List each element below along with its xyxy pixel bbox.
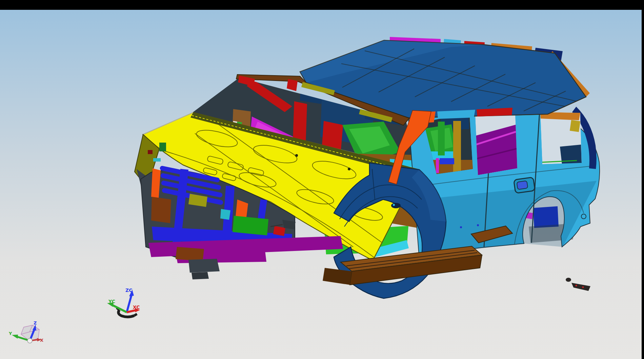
abs-csys-triad: Z Y X (8, 320, 43, 343)
loose-part-front[interactable] (188, 259, 220, 279)
rear-door-window[interactable] (475, 112, 517, 175)
cad-3d-viewport[interactable]: ZC YC XC Z Y X (0, 10, 642, 359)
loose-part-right[interactable] (566, 278, 590, 291)
quarter-window[interactable] (540, 112, 582, 164)
wcs-z-label: ZC (125, 288, 132, 293)
abs-x-label: X (40, 338, 43, 343)
door-handle[interactable] (514, 177, 535, 193)
wcs-triad[interactable]: ZC YC XC (107, 288, 140, 317)
window-top-frame (0, 0, 644, 10)
wcs-z-axis[interactable] (127, 295, 132, 312)
wcs-x-label: XC (133, 304, 140, 310)
model-scene: ZC YC XC Z Y X (0, 10, 644, 359)
window-right-frame (642, 0, 644, 359)
wcs-y-label: YC (108, 299, 115, 304)
abs-z-label: Z (34, 320, 37, 325)
abs-y-label: Y (8, 331, 12, 336)
